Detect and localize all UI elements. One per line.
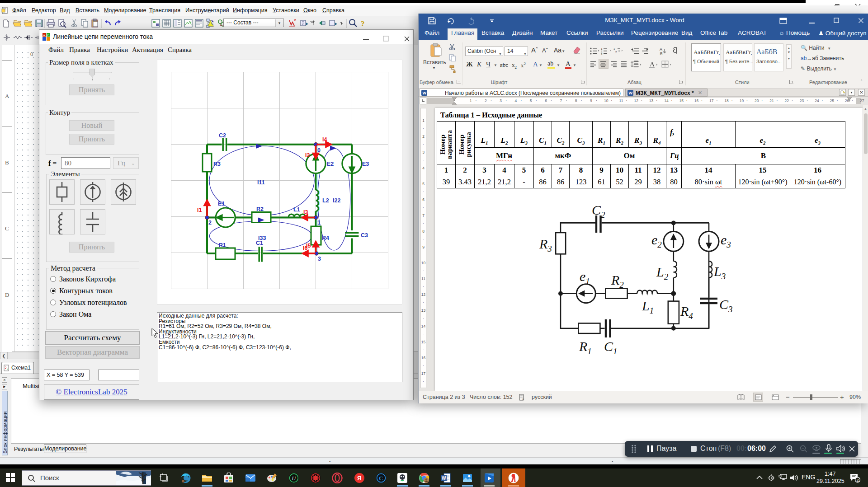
svg-text:L1: L1	[642, 298, 654, 315]
svg-text:I6: I6	[303, 245, 307, 251]
svg-text:L1: L1	[293, 206, 300, 213]
svg-text:E3: E3	[362, 161, 369, 167]
svg-text:a: a	[615, 50, 617, 53]
svg-text:E2: E2	[327, 161, 334, 167]
svg-text:C: C	[47, 33, 49, 37]
svg-text:Я: Я	[357, 475, 361, 482]
svg-text:C3: C3	[361, 232, 368, 239]
svg-text:C2: C2	[219, 132, 226, 139]
svg-text:W: W	[629, 91, 633, 95]
svg-text:R1: R1	[579, 339, 592, 356]
svg-text:I11: I11	[257, 179, 265, 186]
svg-text:А: А	[660, 47, 662, 52]
svg-text:I4: I4	[322, 136, 327, 143]
svg-text:I2: I2	[305, 152, 310, 159]
svg-text:I1: I1	[197, 207, 202, 213]
svg-text:I33: I33	[258, 235, 266, 241]
svg-text:R3: R3	[213, 161, 221, 167]
svg-text:R4: R4	[322, 235, 329, 241]
svg-text:e1: e1	[580, 269, 590, 286]
svg-text:C2: C2	[592, 202, 605, 220]
svg-text:A: A	[43, 33, 45, 37]
svg-text:C1: C1	[604, 339, 618, 356]
svg-text:I3: I3	[303, 209, 308, 215]
svg-text:e2: e2	[651, 232, 662, 249]
svg-text:L2: L2	[322, 197, 329, 204]
svg-text:R2: R2	[611, 272, 624, 290]
svg-text:Я: Я	[660, 52, 663, 56]
svg-text:0: 0	[317, 147, 321, 154]
svg-text:3: 3	[318, 256, 321, 262]
svg-text:e3: e3	[721, 232, 731, 249]
svg-text:3: 3	[601, 53, 603, 56]
svg-text:C: C	[379, 475, 383, 482]
svg-text:W: W	[442, 476, 446, 481]
svg-text:R2: R2	[256, 206, 264, 212]
svg-text:W: W	[423, 91, 427, 95]
svg-text:R1: R1	[219, 242, 226, 248]
svg-text:R3: R3	[539, 236, 552, 253]
svg-text:2: 2	[857, 478, 859, 482]
svg-text:L3: L3	[713, 264, 726, 281]
svg-text:E1: E1	[218, 201, 225, 207]
svg-text:2: 2	[208, 220, 212, 226]
svg-text:L2: L2	[656, 264, 669, 281]
svg-text:R4: R4	[680, 304, 693, 321]
svg-text:C3: C3	[719, 297, 733, 314]
svg-text:×: ×	[522, 397, 524, 401]
svg-text:I22: I22	[333, 197, 340, 204]
svg-text:U: U	[292, 475, 297, 482]
svg-text:?: ?	[361, 19, 365, 28]
svg-text:1: 1	[317, 220, 321, 226]
